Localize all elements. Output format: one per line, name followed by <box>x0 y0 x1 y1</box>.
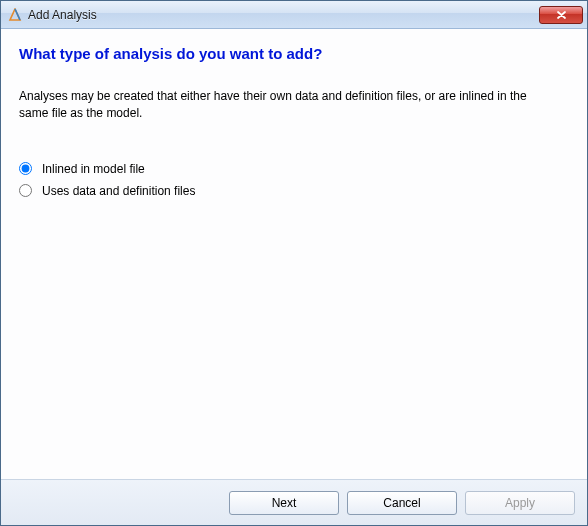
radio-option-inlined[interactable]: Inlined in model file <box>19 162 569 176</box>
titlebar[interactable]: Add Analysis <box>1 1 587 29</box>
dialog-content: What type of analysis do you want to add… <box>1 29 587 479</box>
radio-inlined[interactable] <box>19 162 32 175</box>
radio-files[interactable] <box>19 184 32 197</box>
dialog-window: Add Analysis What type of analysis do yo… <box>0 0 588 526</box>
cancel-button[interactable]: Cancel <box>347 491 457 515</box>
description-text: Analyses may be created that either have… <box>19 88 539 122</box>
button-bar: Next Cancel Apply <box>1 479 587 525</box>
apply-button: Apply <box>465 491 575 515</box>
window-title: Add Analysis <box>28 8 539 22</box>
next-button[interactable]: Next <box>229 491 339 515</box>
close-button[interactable] <box>539 6 583 24</box>
radio-inlined-label[interactable]: Inlined in model file <box>42 162 145 176</box>
radio-files-label[interactable]: Uses data and definition files <box>42 184 195 198</box>
analysis-type-radio-group: Inlined in model file Uses data and defi… <box>19 162 569 198</box>
radio-option-files[interactable]: Uses data and definition files <box>19 184 569 198</box>
page-heading: What type of analysis do you want to add… <box>19 45 569 62</box>
spacer <box>19 198 569 469</box>
close-icon <box>556 10 567 20</box>
app-icon <box>7 7 23 23</box>
